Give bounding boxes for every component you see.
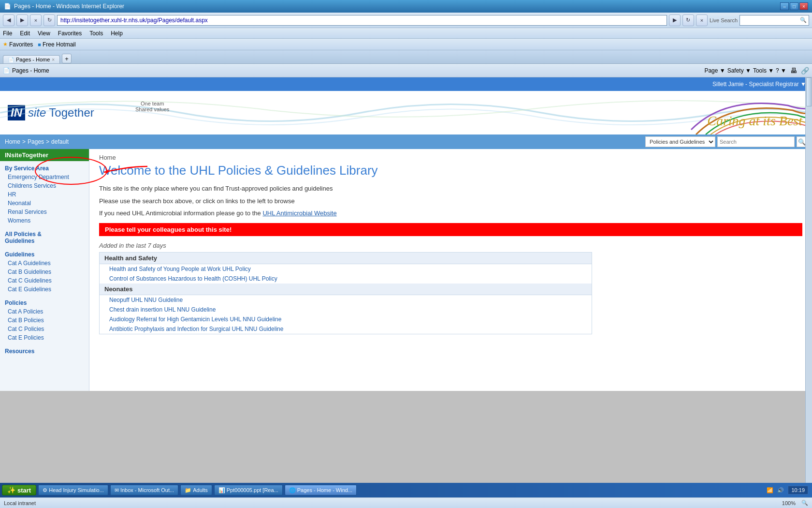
refresh-button[interactable]: ↻ [44,15,55,26]
go-button[interactable]: ▶ [669,15,681,26]
notice-bar: Please tell your colleagues about this s… [99,223,802,236]
ie-page-label: Pages - Home [12,67,49,74]
tab-close-icon[interactable]: × [52,57,55,62]
intro-text-3: If you need UHL Antimicrobial informatio… [99,209,802,218]
sidebar-cat-b-guidelines[interactable]: Cat B Guidelines [0,268,89,276]
breadcrumb: Home > Pages > default [5,138,69,145]
scroll-thumb[interactable] [806,77,812,106]
toolbar-share-icon[interactable]: 🔗 [801,67,809,75]
sidebar-cat-a-guidelines[interactable]: Cat A Guidelines [0,259,89,268]
menu-view[interactable]: View [38,30,50,37]
browser-titlebar: 📄 Pages - Home - Windows Internet Explor… [0,0,812,13]
scrollbar[interactable] [805,77,812,391]
refresh-btn2[interactable]: ↻ [682,15,694,26]
sidebar-guidelines-title[interactable]: Guidelines [0,249,89,259]
user-info[interactable]: Sillett Jamie - Specialist Registrar ▼ [712,81,806,88]
antimicrobial-link[interactable]: UHL Antimicrobial Website [262,209,336,217]
search-input[interactable] [717,136,795,147]
minimize-button[interactable]: – [780,2,789,10]
sidebar-item-emergency[interactable]: Emergency Department [0,173,89,181]
recent-item-3[interactable]: Neopuff UHL NNU Guideline [100,295,592,305]
free-hotmail-link[interactable]: ■ Free Hotmail [38,41,75,48]
tab-bar: 📄 Pages - Home × + [0,50,812,64]
sidebar-item-childrens[interactable]: Childrens Services [0,181,89,190]
toolbar-safety-btn[interactable]: Safety ▼ [727,67,751,74]
ie-search-icon[interactable]: 🔍 [800,17,807,23]
live-search-label: Live Search [710,17,738,23]
sidebar: INsiteTogether By Service Area Emergency… [0,149,89,391]
menu-tools[interactable]: Tools [89,30,103,37]
ie-search-input[interactable] [742,17,800,23]
new-tab-button[interactable]: + [62,54,72,63]
toolbar-print-icon[interactable]: 🖶 [790,67,797,75]
favorites-bar: ★ Favorites ■ Free Hotmail [0,39,812,50]
logo-in: IN [8,105,25,120]
breadcrumb-home[interactable]: Home [5,138,20,145]
close-button[interactable]: × [799,2,808,10]
stop-button[interactable]: × [30,15,42,26]
toolbar-tools-btn[interactable]: Tools ▼ [753,67,774,74]
sidebar-cat-c-guidelines[interactable]: Cat C Guidelines [0,276,89,285]
menu-edit[interactable]: Edit [20,30,30,37]
sidebar-item-hr[interactable]: HR [0,190,89,199]
breadcrumb-default[interactable]: default [51,138,69,145]
address-bar[interactable] [57,15,667,26]
toolbar-help-btn[interactable]: ? ▼ [776,67,786,74]
health-safety-header: Health and Safety [100,253,592,264]
search-category-dropdown[interactable]: Policies and Guidelines All Guidelines P… [645,136,715,147]
header-top-bar: Sillett Jamie - Specialist Registrar ▼ [0,77,812,91]
caring-text: Caring at its Best [707,113,802,129]
sidebar-cat-c-policies[interactable]: Cat C Policies [0,325,89,333]
menu-file[interactable]: File [3,30,12,37]
page-wrapper: Sillett Jamie - Specialist Registrar ▼ I… [0,77,812,391]
menu-help[interactable]: Help [111,30,123,37]
ie-search-box: 🔍 [740,15,809,26]
page-icon: 📄 [4,3,11,10]
sidebar-brand[interactable]: INsiteTogether [0,149,89,161]
recent-item-1[interactable]: Health and Safety of Young People at Wor… [100,264,592,274]
menu-favorites[interactable]: Favorites [58,30,82,37]
tagline-line1: One team [135,101,169,106]
sidebar-item-womens[interactable]: Womens [0,216,89,225]
breadcrumb-pages[interactable]: Pages [28,138,44,145]
sidebar-cat-e-guidelines[interactable]: Cat E Guidelines [0,285,89,294]
hotmail-icon: ■ [38,42,41,47]
sidebar-policies-title[interactable]: Policies [0,298,89,307]
free-hotmail-label: Free Hotmail [43,41,76,48]
logo-site: site [28,106,46,120]
favorites-button[interactable]: ★ Favorites [3,41,33,48]
browser-toolbar: ◀ ▶ × ↻ ▶ ↻ × Live Search 🔍 [0,13,812,28]
sidebar-cat-e-policies[interactable]: Cat E Policies [0,333,89,342]
sidebar-service-title: By Service Area [0,161,89,173]
nav-breadcrumb: Home > Pages > default Policies and Guid… [0,134,812,149]
recent-item-4[interactable]: Chest drain insertion UHL NNU Guideline [100,305,592,314]
browser-menubar: File Edit View Favorites Tools Help [0,28,812,39]
favorites-label: Favorites [9,41,33,48]
sidebar-cat-a-policies[interactable]: Cat A Policies [0,307,89,316]
toolbar-page-btn[interactable]: Page ▼ [704,67,725,74]
sidebar-item-neonatal[interactable]: Neonatal [0,199,89,208]
sidebar-item-renal[interactable]: Renal Services [0,208,89,216]
sidebar-all-policies-title[interactable]: All Policies &Guidelines [0,229,89,245]
page-title-home: Home [99,154,802,161]
pages-home-tab[interactable]: 📄 Pages - Home × [3,55,60,63]
recent-item-2[interactable]: Control of Substances Hazardous to Healt… [100,274,592,284]
site-header: Sillett Jamie - Specialist Registrar ▼ I… [0,77,812,134]
ie-page-icon: 📄 [3,67,10,74]
back-button[interactable]: ◀ [3,15,14,26]
recent-section: Added in the last 7 days Health and Safe… [99,242,802,334]
recent-item-6[interactable]: Antibiotic Prophylaxis and Infection for… [100,324,592,334]
sidebar-cat-b-policies[interactable]: Cat B Policies [0,316,89,325]
tagline: One team Shared values [135,101,169,112]
intro-text-2: Please use the search box above, or clic… [99,196,802,206]
ie-toolbar-row: 📄 Pages - Home Page ▼ Safety ▼ Tools ▼ ?… [0,64,812,77]
main-layout: INsiteTogether By Service Area Emergency… [0,149,812,391]
recent-item-5[interactable]: Audiology Referral for High Gentamicin L… [100,314,592,324]
browser-title: Pages - Home - Windows Internet Explorer [14,3,124,10]
tab-icon: 📄 [8,57,14,62]
sidebar-resources-title[interactable]: Resources [0,346,89,356]
stop-btn2[interactable]: × [696,15,708,26]
maximize-button[interactable]: □ [790,2,798,10]
search-area: Policies and Guidelines All Guidelines P… [645,136,807,147]
forward-button[interactable]: ▶ [16,15,28,26]
